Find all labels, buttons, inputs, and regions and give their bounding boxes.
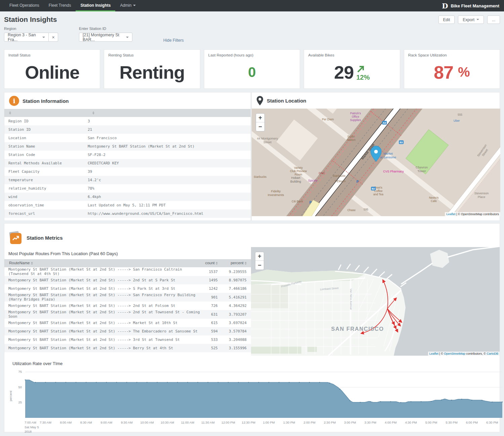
info-value: San Francisco <box>88 134 251 142</box>
route-percent: 3.155996 <box>222 344 251 352</box>
info-key: relative_humidity <box>4 184 88 193</box>
info-key-column-header[interactable] <box>4 109 88 117</box>
svg-text:25: 25 <box>18 400 22 404</box>
svg-text:10:00 AM: 10:00 AM <box>140 421 154 424</box>
percent-column-header[interactable]: percent <box>222 259 251 267</box>
zoom-in-button[interactable]: + <box>255 252 264 261</box>
svg-text:1:00 PM: 1:00 PM <box>263 421 275 424</box>
route-percent: 8.987075 <box>222 276 251 284</box>
region-select[interactable]: Region 3 - San Fra... <box>4 33 49 42</box>
brand-logo-icon: D <box>442 2 448 9</box>
popular-routes-table: RouteName count percent Montgomery St BA… <box>4 259 251 352</box>
nav-item-fleet-trends[interactable]: Fleet Trends <box>44 0 76 11</box>
kpi-row: Install Status Online Renting Status Ren… <box>4 49 500 89</box>
info-table-row: observation_timeLast Updated on May 5, 1… <box>4 201 251 209</box>
svg-text:8:30 AM: 8:30 AM <box>80 421 92 424</box>
column-label: percent <box>230 261 243 265</box>
svg-text:4:30 PM: 4:30 PM <box>405 421 417 424</box>
route-name: Montgomery St BART Station (Market St at… <box>4 344 201 352</box>
route-percent: 4.364292 <box>222 302 251 310</box>
more-options-button[interactable]: ... <box>487 15 500 24</box>
cartodb-link[interactable]: CartoDB <box>487 352 498 355</box>
zoom-in-button[interactable]: + <box>256 114 264 122</box>
svg-text:12:30 PM: 12:30 PM <box>242 421 255 424</box>
kpi-value: 29 <box>334 62 353 83</box>
sort-icon <box>9 111 11 115</box>
count-column-header[interactable]: count <box>201 259 222 267</box>
route-table-row: Montgomery St BART Station (Market St at… <box>4 335 251 344</box>
info-value: CREDITCARD KEY <box>88 159 251 167</box>
sort-icon <box>92 111 94 115</box>
route-name: Montgomery St BART Station (Market St at… <box>4 327 201 335</box>
popular-routes-block: Most Popular Routes From This Location (… <box>4 247 251 352</box>
region-select-value: Region 3 - San Fra... <box>8 33 39 42</box>
leaflet-link[interactable]: Leaflet <box>429 352 438 355</box>
attribution-text: contributors, © <box>465 352 487 355</box>
info-key: Station ID <box>4 125 88 134</box>
station-information-table: Region ID3Station ID21LocationSan Franci… <box>4 109 251 218</box>
edit-button[interactable]: Edit <box>438 15 455 24</box>
kpi-delta: 12% <box>356 74 370 81</box>
chevron-down-icon <box>476 19 479 22</box>
station-location-map[interactable]: + − <box>252 109 500 216</box>
osm-link[interactable]: OpenStreetMap <box>444 352 465 355</box>
kpi-value: Renting <box>120 62 185 83</box>
station-select[interactable]: [21] Montgomery St BAR... <box>79 33 132 42</box>
export-label: Export <box>463 17 474 22</box>
route-table-row: Montgomery St BART Station (Market St at… <box>4 319 251 327</box>
metrics-chart-icon <box>9 232 23 244</box>
info-key: wind <box>4 193 88 201</box>
route-percent: 3.570784 <box>222 327 251 335</box>
info-value: 3 <box>88 117 251 125</box>
utilization-area-chart[interactable]: 255075percent7:00 AM7:30 AM8:00 AM8:30 A… <box>8 367 504 436</box>
route-name: Montgomery St BART Station (Market St at… <box>4 284 201 293</box>
svg-text:11:00 AM: 11:00 AM <box>181 421 195 424</box>
nav-item-fleet-operations[interactable]: Fleet Operations <box>5 0 44 11</box>
route-count: 726 <box>201 302 222 310</box>
nav-item-admin[interactable]: Admin <box>115 0 140 11</box>
utilization-chart-block: Utilization Rate over TIme 255075percent… <box>4 361 500 436</box>
route-table-row: Montgomery St BART Station (Market St at… <box>4 344 251 352</box>
info-table-row: wind6.4kph <box>4 193 251 201</box>
info-key: Location <box>4 134 88 142</box>
region-clear-button[interactable]: × <box>49 33 58 42</box>
routes-overview-map[interactable]: + − <box>251 247 500 356</box>
svg-text:5:00 PM: 5:00 PM <box>425 421 437 424</box>
info-table-row: LocationSan Francisco <box>4 134 251 142</box>
utilization-chart-title: Utilization Rate over TIme <box>8 361 500 366</box>
svg-text:2:30 PM: 2:30 PM <box>324 421 336 424</box>
svg-text:9:00 AM: 9:00 AM <box>100 421 112 424</box>
info-table-row: temperature14.2'c <box>4 176 251 184</box>
svg-text:11:30 AM: 11:30 AM <box>201 421 215 424</box>
route-count: 615 <box>201 319 222 327</box>
svg-text:9:30 AM: 9:30 AM <box>121 421 133 424</box>
svg-text:percent: percent <box>9 391 12 401</box>
info-key: Rental Methods Available <box>4 159 88 167</box>
nav-item-station-insights[interactable]: Station Insights <box>76 0 115 11</box>
info-value-column-header[interactable] <box>88 109 251 117</box>
zoom-out-button[interactable]: − <box>255 261 264 270</box>
info-value: 78% <box>88 184 251 193</box>
info-key: observation_time <box>4 201 88 209</box>
svg-text:8:00 AM: 8:00 AM <box>60 421 72 424</box>
chevron-down-icon <box>133 5 136 7</box>
map-zoom-control: + − <box>255 252 264 270</box>
station-select-value: [21] Montgomery St BAR... <box>83 33 123 42</box>
routename-column-header[interactable]: RouteName <box>4 259 201 267</box>
osm-map-tiles <box>252 109 500 216</box>
info-value: http://www.wunderground.com/US/CA/San_Fr… <box>88 209 251 218</box>
sort-icon <box>216 261 218 266</box>
leaflet-link[interactable]: Leaflet <box>446 212 455 216</box>
route-name: Montgomery St BART Station (Market St at… <box>4 293 201 302</box>
zoom-out-button[interactable]: − <box>256 122 264 131</box>
sort-icon <box>245 261 247 266</box>
route-percent: 9.239555 <box>222 267 251 276</box>
info-table-row: forecast_urlhttp://www.wunderground.com/… <box>4 209 251 218</box>
route-count: 594 <box>201 327 222 335</box>
export-button[interactable]: Export <box>458 15 484 24</box>
hide-filters-link[interactable]: Hide Filters <box>163 38 184 43</box>
route-percent: 3.204088 <box>222 335 251 344</box>
route-table-row: Montgomery St BART Station (Market St at… <box>4 310 251 319</box>
page-title: Station Insights <box>4 15 57 24</box>
kpi-last-reported: Last Reported (hours ago) 0 <box>204 49 300 89</box>
